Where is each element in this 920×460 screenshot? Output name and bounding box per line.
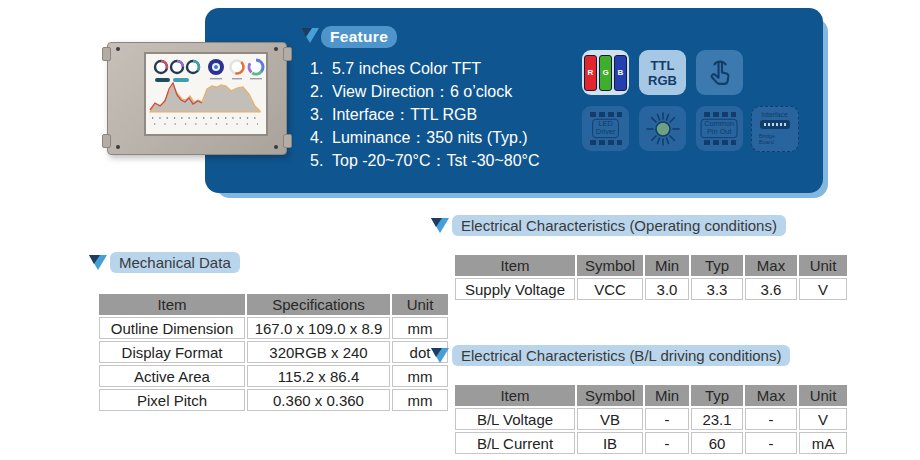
rgb-color-icon: R G B <box>582 50 629 95</box>
lcd-module-photo <box>107 42 287 155</box>
column-header: Typ <box>691 255 743 276</box>
column-header: Symbol <box>577 255 643 276</box>
table-cell: 320RGB x 240 <box>247 341 390 363</box>
mechanical-data-heading: Mechanical Data <box>110 252 240 273</box>
table-cell: 60 <box>691 432 743 454</box>
column-header: Unit <box>799 385 847 406</box>
column-header: Unit <box>799 255 847 276</box>
table-cell: 115.2 x 86.4 <box>247 365 390 387</box>
interface-bridge-board-icon: Interface Bridge Board <box>751 106 799 152</box>
mechanical-data-table: ItemSpecificationsUnitOutline Dimension1… <box>97 292 450 413</box>
table-cell: Display Format <box>99 341 245 363</box>
table-cell: VB <box>577 408 643 430</box>
table-row: Outline Dimension167.0 x 109.0 x 8.9mm <box>99 317 448 339</box>
table-cell: 3.6 <box>745 278 797 300</box>
datasheet-page: Feature 1.5.7 inches Color TFT 2.View Di… <box>0 0 920 460</box>
feature-item: 5.Top -20~70°C：Tst -30~80°C <box>310 149 610 172</box>
table-cell: 23.1 <box>691 408 743 430</box>
header-row: ItemSymbolMinTypMaxUnit <box>455 255 847 276</box>
feature-item: 3.Interface：TTL RGB <box>310 103 610 126</box>
common-pin-out-icon: Common Pin Out <box>696 106 743 151</box>
column-header: Item <box>99 294 245 315</box>
table-cell: Active Area <box>99 365 245 387</box>
table-cell: 3.3 <box>691 278 743 300</box>
table-cell: 167.0 x 109.0 x 8.9 <box>247 317 390 339</box>
led-driver-icon: LED Driver <box>582 106 629 151</box>
table-cell: IB <box>577 432 643 454</box>
mounting-tab <box>102 134 111 148</box>
screw-hole-icon <box>274 145 278 149</box>
table-cell: mm <box>392 389 448 411</box>
backlight-sun-icon <box>639 106 686 151</box>
feature-item: 2.View Direction：6 o’clock <box>310 80 610 103</box>
mounting-tab <box>102 47 111 61</box>
electrical-operating-table: ItemSymbolMinTypMaxUnitSupply VoltageVCC… <box>453 253 849 302</box>
electrical-bl-table: ItemSymbolMinTypMaxUnitB/L VoltageVB-23.… <box>453 383 849 456</box>
touch-icon <box>696 50 743 95</box>
table-cell: B/L Voltage <box>455 408 575 430</box>
table-row: B/L CurrentIB-60-mA <box>455 432 847 454</box>
ttl-rgb-badge: TTL RGB <box>639 50 686 95</box>
table-cell: V <box>799 408 847 430</box>
section-triangle-icon <box>88 254 107 271</box>
column-header: Symbol <box>577 385 643 406</box>
table-cell: 0.360 x 0.360 <box>247 389 390 411</box>
column-header: Min <box>645 255 689 276</box>
table-cell: - <box>645 432 689 454</box>
column-header: Item <box>455 255 575 276</box>
table-cell: Supply Voltage <box>455 278 575 300</box>
table-cell: - <box>745 432 797 454</box>
table-row: Pixel Pitch0.360 x 0.360mm <box>99 389 448 411</box>
table-row: B/L VoltageVB-23.1-V <box>455 408 847 430</box>
section-triangle-icon <box>430 347 449 364</box>
table-cell: Outline Dimension <box>99 317 245 339</box>
feature-list: 1.5.7 inches Color TFT 2.View Direction：… <box>310 57 610 172</box>
column-header: Specifications <box>247 294 390 315</box>
electrical-bl-heading: Electrical Characteristics (B/L driving … <box>452 345 790 366</box>
lcd-screen <box>144 52 268 136</box>
table-cell: V <box>799 278 847 300</box>
screw-hole-icon <box>274 47 278 51</box>
screw-hole-icon <box>116 47 120 51</box>
column-header: Typ <box>691 385 743 406</box>
table-row: Display Format320RGB x 240dot <box>99 341 448 363</box>
table-cell: 3.0 <box>645 278 689 300</box>
column-header: Unit <box>392 294 448 315</box>
table-cell: VCC <box>577 278 643 300</box>
table-cell: Pixel Pitch <box>99 389 245 411</box>
column-header: Item <box>455 385 575 406</box>
section-triangle-icon <box>300 27 319 44</box>
electrical-operating-heading: Electrical Characteristics (Operating co… <box>452 215 786 236</box>
table-row: Active Area115.2 x 86.4mm <box>99 365 448 387</box>
table-cell: - <box>645 408 689 430</box>
table-cell: - <box>745 408 797 430</box>
screw-hole-icon <box>116 145 120 149</box>
feature-heading: Feature <box>321 26 397 48</box>
column-header: Max <box>745 255 797 276</box>
column-header: Max <box>745 385 797 406</box>
table-cell: B/L Current <box>455 432 575 454</box>
mounting-tab <box>283 134 292 148</box>
mounting-tab <box>283 47 292 61</box>
feature-item: 4.Luminance：350 nits (Typ.) <box>310 126 610 149</box>
column-header: Min <box>645 385 689 406</box>
table-row: Supply VoltageVCC3.03.33.6V <box>455 278 847 300</box>
table-cell: mm <box>392 317 448 339</box>
screen-chart <box>146 54 266 134</box>
header-row: ItemSpecificationsUnit <box>99 294 448 315</box>
table-cell: mm <box>392 365 448 387</box>
section-triangle-icon <box>430 217 449 234</box>
feature-item: 1.5.7 inches Color TFT <box>310 57 610 80</box>
connector-icon <box>760 120 790 129</box>
header-row: ItemSymbolMinTypMaxUnit <box>455 385 847 406</box>
table-cell: mA <box>799 432 847 454</box>
